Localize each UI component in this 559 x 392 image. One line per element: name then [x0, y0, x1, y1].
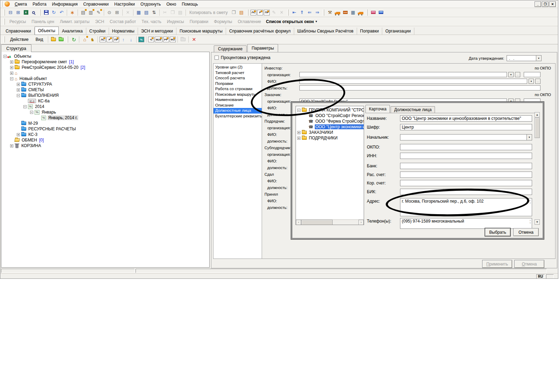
section-item[interactable]: Описание: [213, 103, 262, 108]
tab-contents[interactable]: Содержание: [214, 45, 247, 52]
materials-icon[interactable]: [341, 9, 349, 16]
scroll-right-button[interactable]: ›: [358, 220, 364, 225]
apply-button[interactable]: Применить: [482, 260, 512, 268]
scroll-up-button[interactable]: ▲: [535, 112, 540, 117]
approval-date-combo[interactable]: . . ▼: [507, 55, 542, 61]
guides-pink-icon[interactable]: [369, 9, 377, 16]
tree-item[interactable]: %Январь, 2014 г.: [3, 115, 209, 121]
level-first-icon[interactable]: ⇤: [290, 9, 298, 16]
tree-item[interactable]: ☎ООО "СтройСофт Регион": [297, 113, 364, 118]
chevron-down-icon[interactable]: ▼: [536, 56, 541, 61]
tree-item[interactable]: +КС-3: [3, 132, 209, 137]
investor-fio-dropdown-button[interactable]: ▼: [529, 79, 534, 84]
view-tab[interactable]: Объекты: [35, 27, 59, 35]
tree-item[interactable]: РЕСУРСНЫЕ РАСЧЕТЫ: [3, 126, 209, 132]
tree-item[interactable]: −ВЫПОЛНЕНИЯ: [3, 93, 209, 98]
tree-item[interactable]: +ЗАКАЗЧИКИ: [297, 130, 364, 135]
org-phones-textarea[interactable]: (095) 974-1589 многоканальный∧∨: [400, 218, 532, 229]
panel-button-панель-цен[interactable]: Панель цен: [29, 19, 57, 24]
labor-icon[interactable]: ⚒: [326, 9, 334, 16]
panel-button-поправки[interactable]: Поправки: [187, 19, 211, 24]
scrollbar-thumb[interactable]: [535, 118, 540, 138]
scroll-left-button[interactable]: ‹: [296, 220, 301, 225]
investor-fio-input[interactable]: [299, 79, 527, 84]
pr-button[interactable]: ПР: [264, 10, 270, 15]
excel-export-icon[interactable]: X: [22, 9, 30, 16]
expand-box-icon[interactable]: +: [297, 137, 300, 140]
org-name-input[interactable]: [400, 115, 532, 122]
panel-button-состав-работ[interactable]: Состав работ: [107, 19, 139, 24]
tab-parameters[interactable]: Параметры: [247, 44, 278, 52]
level-left-icon[interactable]: ⇐: [306, 9, 313, 16]
dialog-cancel-button[interactable]: Отмена: [513, 228, 539, 236]
tree-item[interactable]: −%Январь: [3, 109, 209, 115]
collapse-box-icon[interactable]: −: [17, 94, 20, 97]
section-item[interactable]: Способ расчета: [213, 75, 262, 81]
collapse-box-icon[interactable]: −: [297, 109, 300, 112]
section-item[interactable]: Поправки: [213, 81, 262, 87]
tree-item[interactable]: ☎ООО "Фирма СтройСофт": [297, 118, 364, 124]
undo-icon[interactable]: ↶: [58, 9, 65, 16]
insert-doc-icon[interactable]: ▤: [143, 9, 150, 16]
investor-okpo-input[interactable]: [524, 72, 540, 77]
horizontal-scrollbar[interactable]: ‹ ›: [296, 219, 364, 225]
structure-expand-icon[interactable]: ⊞: [14, 9, 22, 16]
keyboard-layout-indicator[interactable]: RU: [536, 274, 545, 279]
menu-settings[interactable]: Настройки: [111, 1, 138, 7]
menu-estimate[interactable]: Смета: [12, 1, 30, 7]
tab-card[interactable]: Карточка: [365, 105, 390, 113]
expand-box-icon[interactable]: +: [10, 66, 13, 69]
view-menu[interactable]: Вид: [32, 36, 47, 43]
section-item[interactable]: Наименования: [213, 97, 262, 103]
ls-button[interactable]: ЛС: [100, 37, 106, 42]
structure-collapse-icon[interactable]: ⊟: [7, 9, 14, 16]
collapse-box-icon[interactable]: −: [3, 55, 7, 58]
view-tab[interactable]: Аналитика: [59, 28, 86, 35]
minimize-button[interactable]: _: [535, 1, 541, 7]
wizard-icon[interactable]: ♞: [88, 36, 96, 43]
section-item[interactable]: Работа со строками: [213, 86, 262, 92]
object-settings-icon[interactable]: ⌂: [81, 36, 88, 43]
rr-button[interactable]: РР: [163, 37, 169, 42]
tree-item[interactable]: +СМЕТЫ: [3, 87, 209, 93]
view-tab[interactable]: Стройки: [86, 28, 109, 35]
tree-item[interactable]: +Переоформление смет[1]: [3, 59, 209, 65]
machines-icon[interactable]: [334, 9, 341, 16]
view-tab[interactable]: Нормативы: [109, 28, 138, 35]
tree-item[interactable]: ☎ООО "Центр экономики и ц: [297, 124, 364, 130]
menu-references[interactable]: Справочники: [80, 1, 111, 7]
note-icon[interactable]: ✎: [95, 9, 102, 16]
unlock-icon[interactable]: ∗: [68, 9, 76, 16]
org-inn-input[interactable]: [400, 153, 532, 159]
percent-button[interactable]: %: [148, 37, 154, 42]
fz-button[interactable]: ФЗ: [170, 37, 176, 42]
org-address-textarea[interactable]: г. Москва, Погорельский пер., д.6, оф. 1…: [400, 198, 532, 216]
expand-box-icon[interactable]: +: [17, 83, 20, 86]
restore-button[interactable]: ❐: [542, 1, 549, 7]
level-up-icon[interactable]: ⇑: [298, 9, 306, 16]
tree-item[interactable]: +КОРЗИНА: [3, 143, 209, 148]
action-menu[interactable]: Действие: [7, 36, 32, 43]
select-button[interactable]: Выбрать: [485, 228, 510, 236]
ls-button[interactable]: ЛС: [251, 10, 256, 15]
section-item[interactable]: Уровни цен (2): [213, 65, 262, 70]
investor-organization-dropdown-button[interactable]: ▼: [508, 72, 514, 77]
tree-item[interactable]: +ПОДРЯДЧИКИ: [297, 135, 364, 141]
r-button[interactable]: Р: [257, 10, 263, 15]
org-chief-select[interactable]: ▼: [400, 134, 532, 140]
new-estimate-icon[interactable]: ▤: [79, 9, 87, 16]
paste-pages-icon[interactable]: ▤: [238, 9, 245, 16]
menu-rest[interactable]: Отдохнуть: [138, 1, 164, 7]
collapse-box-icon[interactable]: −: [10, 77, 13, 80]
tree-item[interactable]: ОБМЕН[0]: [3, 137, 209, 143]
org-account-input[interactable]: [400, 172, 532, 178]
pr-button[interactable]: ПР: [113, 37, 119, 42]
collapse-box-icon[interactable]: −: [30, 111, 33, 114]
investor-organization-lookup-button[interactable]: …: [515, 72, 520, 77]
percent-teal-button[interactable]: %: [138, 37, 144, 42]
investor-fio-lookup-button[interactable]: …: [535, 79, 540, 84]
tree-item[interactable]: −⌂Новый объект: [3, 76, 209, 81]
section-item[interactable]: Должностные лица: [213, 108, 262, 114]
approved-checkbox-row[interactable]: Процентовка утверждена: [215, 55, 270, 60]
investor-position-input[interactable]: [299, 85, 540, 90]
